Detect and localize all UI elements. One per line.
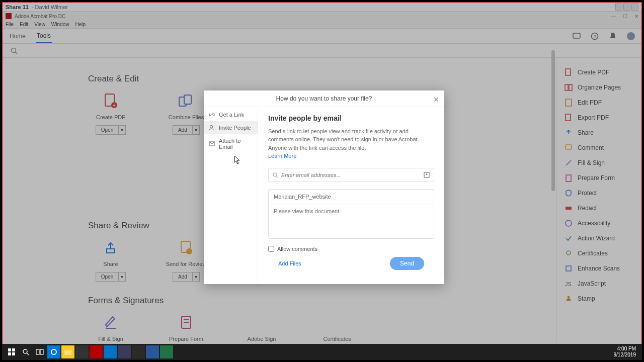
app-icon-3[interactable]: [132, 345, 145, 358]
svg-line-37: [276, 176, 278, 177]
svg-rect-42: [8, 352, 11, 355]
svg-point-44: [23, 349, 27, 353]
edge-icon[interactable]: [47, 345, 60, 358]
invite-description: Send a link to let people view and track…: [268, 127, 434, 152]
acrobat-taskbar-icon[interactable]: [90, 345, 103, 358]
svg-line-45: [27, 353, 29, 355]
svg-rect-41: [12, 348, 15, 351]
svg-point-36: [273, 173, 277, 176]
svg-point-39: [426, 173, 428, 175]
person-plus-icon: [209, 125, 215, 131]
svg-rect-47: [40, 349, 43, 354]
excel-icon[interactable]: [160, 345, 173, 358]
sidebar-get-link[interactable]: Get a Link: [204, 108, 258, 121]
dialog-title: How do you want to share your file?: [276, 95, 372, 102]
taskbar-search-icon[interactable]: [19, 345, 32, 358]
sidebar-attach-email[interactable]: Attach to Email: [204, 134, 258, 153]
clock-time: 4:00 PM: [614, 346, 636, 352]
dialog-sidebar: Get a Link Invite People Attach to Email: [204, 107, 258, 285]
taskbar[interactable]: 4:00 PM 9/12/2019: [2, 344, 642, 360]
svg-rect-43: [12, 352, 15, 355]
close-icon[interactable]: ✕: [433, 96, 439, 104]
explorer-icon[interactable]: [61, 345, 74, 358]
share-dialog: How do you want to share your file? ✕ Ge…: [204, 90, 444, 284]
svg-rect-46: [36, 349, 39, 354]
document-message[interactable]: Please view this document.: [269, 204, 434, 238]
task-view-icon[interactable]: [33, 345, 46, 358]
system-tray[interactable]: 4:00 PM 9/12/2019: [614, 346, 639, 358]
dialog-main: Invite people by email Send a link to le…: [258, 107, 444, 285]
invite-heading: Invite people by email: [268, 114, 434, 122]
email-input-wrapper[interactable]: [268, 168, 434, 182]
svg-point-34: [210, 125, 213, 128]
svg-rect-40: [8, 348, 11, 351]
dialog-header: How do you want to share your file? ✕: [204, 90, 444, 107]
email-field[interactable]: [281, 172, 421, 178]
contacts-icon[interactable]: [424, 172, 430, 178]
search-icon: [273, 172, 278, 178]
outlook-icon[interactable]: [104, 345, 117, 358]
learn-more-link[interactable]: Learn More: [268, 153, 434, 159]
svg-point-48: [51, 349, 56, 354]
send-button[interactable]: Send: [390, 257, 424, 270]
app-icon-1[interactable]: [75, 345, 89, 358]
clock-date: 9/12/2019: [614, 352, 636, 358]
start-button[interactable]: [5, 345, 18, 358]
document-name[interactable]: Meridian_RFP_website: [269, 190, 434, 204]
allow-comments-checkbox[interactable]: [268, 246, 274, 252]
link-icon: [209, 112, 215, 118]
svg-rect-49: [64, 350, 71, 355]
word-icon[interactable]: [146, 345, 159, 358]
mail-icon: [209, 141, 215, 147]
allow-comments-label: Allow comments: [277, 246, 317, 252]
document-box: Meridian_RFP_website Please view this do…: [268, 189, 434, 239]
add-files-link[interactable]: Add Files: [278, 260, 301, 266]
app-icon-2[interactable]: [118, 345, 131, 358]
allow-comments-row[interactable]: Allow comments: [268, 246, 434, 252]
sidebar-invite-people[interactable]: Invite People: [204, 121, 258, 134]
